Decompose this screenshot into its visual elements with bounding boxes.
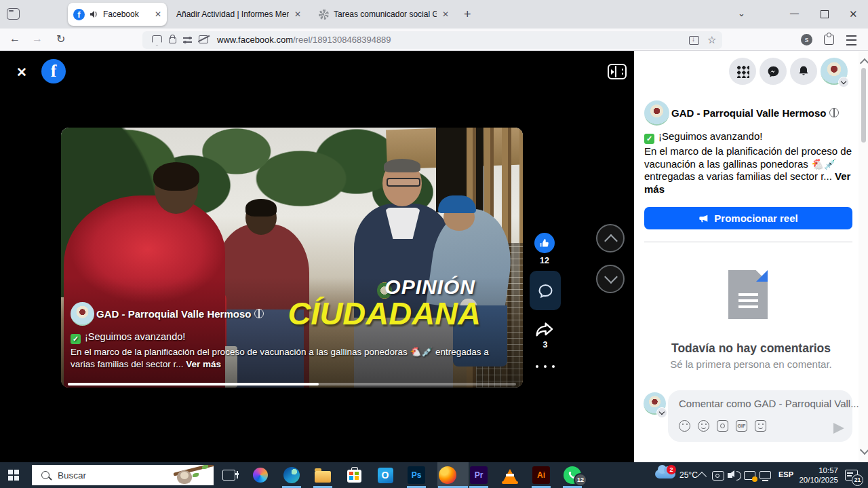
share-button[interactable]: [535, 321, 555, 339]
composer-avatar-chevron-icon[interactable]: [656, 407, 667, 418]
page-name-text: GAD - Parroquial Valle Hermoso: [96, 308, 251, 320]
screen: f Facebook ✕ Añadir Actividad | Informes…: [0, 0, 868, 488]
tray-speaker-icon[interactable]: [728, 473, 732, 478]
tray-camera-icon[interactable]: [712, 471, 724, 481]
language-indicator[interactable]: ESP: [778, 470, 793, 478]
like-button[interactable]: [534, 233, 555, 253]
photoshop-icon[interactable]: Ps: [408, 466, 425, 484]
page-name[interactable]: GAD - Parroquial Valle Hermoso: [96, 308, 264, 320]
doc-line: [738, 299, 758, 302]
notifications-button[interactable]: [790, 58, 817, 85]
like-count: 12: [534, 256, 555, 265]
tab-tareas[interactable]: Tareas comunicador social GAD ✕: [313, 3, 454, 26]
next-reel-button[interactable]: [596, 265, 625, 293]
tab-informes[interactable]: Añadir Actividad | Informes Mensua ✕: [171, 3, 307, 26]
premiere-icon[interactable]: Pr: [470, 466, 488, 484]
video-progress-bar[interactable]: [68, 383, 516, 386]
more-options-icon[interactable]: [536, 365, 555, 368]
tab-close-icon[interactable]: ✕: [149, 10, 161, 19]
firefox-view-icon[interactable]: [7, 8, 20, 20]
promote-label: Promocionar reel: [714, 212, 797, 224]
new-tab-button[interactable]: +: [464, 7, 471, 22]
taskbar-search-box[interactable]: Buscar: [32, 465, 214, 485]
video-description[interactable]: En el marco de la planificación del proc…: [71, 346, 510, 371]
outlook-icon[interactable]: O: [376, 466, 394, 484]
camera-icon[interactable]: [717, 420, 728, 432]
notification-count-badge: 21: [852, 474, 863, 486]
sidebar-page-name[interactable]: GAD - Parroquial Valle Hermoso: [671, 107, 839, 119]
task-view-icon[interactable]: [220, 466, 237, 484]
tab-close-icon[interactable]: ✕: [437, 10, 449, 19]
previous-reel-button[interactable]: [596, 224, 625, 252]
sidebar-status-line: ✓¡Seguimos avanzando!: [644, 130, 762, 144]
profile-chevron-icon[interactable]: [838, 77, 849, 88]
tray-clock[interactable]: 10:57 20/10/2025: [799, 466, 838, 485]
messenger-button[interactable]: [760, 58, 787, 85]
bookmark-star-icon[interactable]: ☆: [707, 34, 716, 46]
avatar-sticker-icon[interactable]: [679, 420, 690, 432]
globe-icon: [829, 108, 839, 117]
send-comment-icon[interactable]: [833, 423, 844, 434]
list-tabs-icon[interactable]: ⌄: [738, 8, 745, 18]
reel-sidebar: GAD - Parroquial Valle Hermoso ✓¡Seguimo…: [634, 51, 868, 462]
apps-menu-button[interactable]: [729, 58, 756, 85]
close-window-button[interactable]: ✕: [849, 8, 858, 20]
start-button[interactable]: [8, 470, 19, 481]
description-text: En el marco de la planificación del proc…: [644, 145, 852, 182]
reload-button[interactable]: ↻: [56, 33, 65, 45]
tab-facebook[interactable]: f Facebook ✕: [68, 3, 167, 26]
restore-button[interactable]: [821, 10, 829, 18]
facebook-logo[interactable]: f: [41, 59, 66, 83]
lock-icon[interactable]: [169, 37, 176, 43]
scrollbar-thumb[interactable]: [861, 68, 866, 143]
promote-reel-button[interactable]: Promocionar reel: [644, 207, 852, 229]
tab-title: Añadir Actividad | Informes Mensua: [176, 10, 289, 19]
person-vest-head: [382, 160, 422, 206]
no-comments-title: Todavía no hay comentarios: [634, 341, 868, 356]
reel-video[interactable]: OPINIÓN CÍUDADANA GAD - Parroquial Valle…: [61, 128, 523, 388]
permissions-icon[interactable]: [183, 36, 192, 43]
see-more-link[interactable]: Ver más: [186, 359, 221, 369]
globe-icon: [254, 309, 264, 318]
save-page-icon[interactable]: [689, 36, 699, 45]
tab-close-icon[interactable]: ✕: [289, 10, 301, 19]
edge-icon[interactable]: [283, 466, 300, 484]
weather-temp[interactable]: 25°C: [679, 470, 698, 480]
microsoft-store-icon[interactable]: [345, 466, 363, 484]
tab-audio-icon[interactable]: [90, 10, 99, 18]
person-red-head: [155, 165, 198, 214]
messenger-icon: [766, 64, 781, 79]
close-reel-icon[interactable]: ✕: [16, 64, 27, 80]
forward-button[interactable]: →: [32, 33, 43, 45]
comment-bubble-icon: [536, 282, 555, 300]
facebook-favicon: f: [73, 9, 85, 20]
s-extension-icon[interactable]: s: [801, 34, 812, 45]
vlc-icon[interactable]: [501, 466, 519, 484]
blue-cap: [438, 195, 476, 213]
tray-account-alert-icon[interactable]: [744, 471, 755, 480]
extensions-puzzle-icon[interactable]: [824, 35, 834, 45]
firefox-icon[interactable]: [439, 466, 456, 484]
video-status-line: ✓¡Seguimos avanzando!: [71, 331, 185, 344]
tray-network-icon[interactable]: [760, 471, 771, 479]
illustrator-icon[interactable]: Ai: [532, 466, 550, 484]
description-text: En el marco de la planificación del proc…: [71, 347, 489, 369]
sticker-icon[interactable]: [755, 420, 766, 432]
autoplay-blocked-icon[interactable]: [199, 35, 208, 43]
search-placeholder: Buscar: [58, 470, 86, 481]
minimize-button[interactable]: —: [790, 8, 799, 18]
page-avatar[interactable]: [71, 302, 94, 326]
comment-input[interactable]: Comentar como GAD - Parroquial Vall...: [679, 398, 859, 409]
comment-button[interactable]: [530, 271, 561, 310]
sidebar-page-avatar[interactable]: [644, 100, 669, 126]
file-explorer-icon[interactable]: [314, 466, 332, 484]
menu-hamburger-icon[interactable]: [846, 35, 856, 45]
gif-icon[interactable]: GIF: [736, 420, 747, 432]
sidebar-description: En el marco de la planificación del proc…: [644, 145, 856, 195]
back-button[interactable]: ←: [9, 33, 20, 45]
collapse-panel-icon[interactable]: [608, 64, 627, 79]
sloth-search-art[interactable]: [169, 465, 214, 485]
browser-tab-bar: f Facebook ✕ Añadir Actividad | Informes…: [0, 0, 868, 29]
copilot-icon[interactable]: [252, 466, 269, 484]
emoji-icon[interactable]: [698, 420, 709, 432]
